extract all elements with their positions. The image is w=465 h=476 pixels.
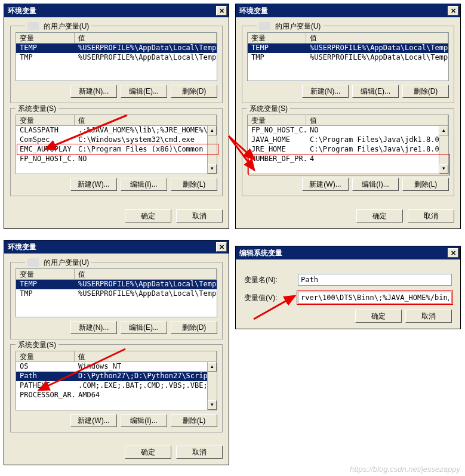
table-row[interactable]: ComSpecC:\Windows\system32\cmd.exe	[16, 135, 217, 145]
col-val[interactable]: 值	[75, 269, 217, 280]
table-row[interactable]: TMP%USERPROFILE%\AppData\Local\Temp	[16, 53, 217, 63]
var-value-cell: %USERPROFILE%\AppData\Local\Temp	[75, 44, 217, 53]
scrollbar[interactable]: ▴ ▾	[207, 126, 217, 174]
var-value-cell: C:\Program Files (x86)\Common F...	[75, 145, 217, 154]
var-value-input[interactable]	[298, 292, 452, 304]
scroll-down-icon[interactable]: ▾	[208, 400, 217, 410]
col-val[interactable]: 值	[306, 115, 448, 126]
close-icon[interactable]: ✕	[448, 248, 458, 258]
var-value-cell: AMD64	[75, 391, 217, 400]
table-row[interactable]: CLASSPATH.;%JAVA_HOME%\lib\;%JRE_HOME%\l…	[16, 126, 217, 135]
cancel-button[interactable]: 取消	[408, 209, 454, 222]
close-icon[interactable]: ✕	[216, 242, 227, 252]
table-row[interactable]: NUMBER_OF_PR...4	[248, 154, 448, 164]
scroll-down-icon[interactable]: ▾	[439, 164, 448, 174]
var-value-cell: %USERPROFILE%\AppData\Local\Temp	[306, 53, 448, 63]
var-name-cell: FP_NO_HOST_C...	[248, 126, 306, 135]
col-val[interactable]: 值	[75, 115, 217, 126]
sys-group-legend: 系统变量(S)	[16, 104, 58, 114]
table-row[interactable]: TMP%USERPROFILE%\AppData\Local\Temp	[248, 53, 448, 63]
sys-vars-list[interactable]: 变量 值 OSWindows_NTPathD:\Python27\;D:\Pyt…	[16, 351, 217, 410]
sys-vars-group: 系统变量(S) 变量 值 FP_NO_HOST_C...NOJAVA_HOMEC…	[242, 108, 454, 196]
delete-button[interactable]: 删除(L)	[402, 178, 449, 191]
table-row[interactable]: PathD:\Python27\;D:\Python27\Script...	[16, 372, 217, 381]
var-name-cell: EMC_AUTOPLAY	[16, 145, 75, 154]
new-button[interactable]: 新建(N)...	[302, 85, 349, 98]
scroll-up-icon[interactable]: ▴	[439, 126, 448, 135]
col-var[interactable]: 变量	[248, 33, 306, 44]
table-row[interactable]: TMP%USERPROFILE%\AppData\Local\Temp	[16, 289, 217, 299]
sys-vars-list[interactable]: 变量 值 CLASSPATH.;%JAVA_HOME%\lib\;%JRE_HO…	[16, 115, 217, 174]
title-text: 编辑系统变量	[239, 248, 282, 258]
edit-button[interactable]: 编辑(E)...	[121, 321, 167, 334]
new-button[interactable]: 新建(N)...	[70, 321, 117, 334]
ok-button[interactable]: 确定	[125, 209, 171, 222]
edit-button[interactable]: 编辑(E)...	[352, 85, 399, 98]
cancel-button[interactable]: 取消	[176, 446, 223, 459]
scroll-up-icon[interactable]: ▴	[208, 362, 217, 372]
edit-button[interactable]: 编辑(I)...	[121, 414, 167, 427]
table-row[interactable]: FP_NO_HOST_C...NO	[248, 126, 448, 135]
var-value-cell: D:\Python27\;D:\Python27\Script...	[75, 372, 217, 381]
delete-button[interactable]: 删除(D)	[402, 85, 449, 98]
col-var[interactable]: 变量	[16, 115, 75, 126]
var-name-cell: PROCESSOR_AR...	[16, 391, 75, 400]
edit-button[interactable]: 编辑(E)...	[121, 85, 167, 98]
col-var[interactable]: 变量	[16, 351, 75, 362]
cancel-button[interactable]: 取消	[176, 209, 223, 222]
col-val[interactable]: 值	[75, 33, 217, 44]
table-row[interactable]: PROCESSOR_AR...AMD64	[16, 391, 217, 400]
delete-button[interactable]: 删除(D)	[171, 321, 217, 334]
new-button[interactable]: 新建(W)...	[302, 178, 349, 191]
var-name-cell: TEMP	[16, 44, 75, 53]
title-text: 环境变量	[8, 6, 36, 16]
delete-button[interactable]: 删除(D)	[171, 85, 217, 98]
var-value-cell: Windows_NT	[75, 362, 217, 372]
cancel-button[interactable]: 取消	[405, 310, 452, 323]
var-value-cell: C:\Windows\system32\cmd.exe	[75, 135, 217, 145]
new-button[interactable]: 新建(W)...	[70, 178, 117, 191]
user-vars-list[interactable]: 变量 值 TEMP%USERPROFILE%\AppData\Local\Tem…	[16, 268, 217, 317]
scrollbar[interactable]: ▴ ▾	[439, 126, 448, 174]
delete-button[interactable]: 删除(L)	[171, 178, 217, 191]
var-value-cell: %USERPROFILE%\AppData\Local\Temp	[75, 289, 217, 299]
var-value-cell: %USERPROFILE%\AppData\Local\Temp	[75, 53, 217, 63]
col-var[interactable]: 变量	[16, 33, 75, 44]
table-row[interactable]: JRE_HOMEC:\Program Files\Java\jre1.8.0_1…	[248, 145, 448, 154]
var-name-cell: TMP	[248, 53, 306, 63]
table-row[interactable]: PATHEXT.COM;.EXE;.BAT;.CMD;.VBS;.VBE;...	[16, 381, 217, 391]
edit-button[interactable]: 编辑(I)...	[352, 178, 399, 191]
edit-button[interactable]: 编辑(I)...	[121, 178, 167, 191]
scrollbar[interactable]: ▴ ▾	[207, 362, 217, 410]
delete-button[interactable]: 删除(L)	[171, 414, 217, 427]
ok-button[interactable]: 确定	[125, 446, 171, 459]
table-row[interactable]: FP_NO_HOST_C...NO	[16, 154, 217, 164]
close-icon[interactable]: ✕	[448, 6, 458, 16]
scroll-down-icon[interactable]: ▾	[208, 164, 217, 174]
user-vars-list[interactable]: 变量 值 TEMP%USERPROFILE%\AppData\Local\Tem…	[247, 32, 449, 81]
close-icon[interactable]: ✕	[216, 6, 227, 16]
var-name-input[interactable]	[298, 274, 452, 286]
new-button[interactable]: 新建(W)...	[70, 414, 117, 427]
sys-vars-list[interactable]: 变量 值 FP_NO_HOST_C...NOJAVA_HOMEC:\Progra…	[247, 115, 449, 174]
table-row[interactable]: TEMP%USERPROFILE%\AppData\Local\Temp	[16, 280, 217, 289]
col-var[interactable]: 变量	[16, 269, 75, 280]
var-name-cell: TEMP	[16, 280, 75, 289]
user-vars-list[interactable]: 变量 值 TEMP%USERPROFILE%\AppData\Local\Tem…	[16, 32, 217, 81]
sys-vars-group: 系统变量(S) 变量 值 CLASSPATH.;%JAVA_HOME%\lib\…	[10, 108, 223, 196]
table-row[interactable]: TEMP%USERPROFILE%\AppData\Local\Temp	[16, 44, 217, 53]
new-button[interactable]: 新建(N)...	[70, 85, 117, 98]
table-row[interactable]: JAVA_HOMEC:\Program Files\Java\jdk1.8.0_…	[248, 135, 448, 145]
var-name-cell: TMP	[16, 53, 75, 63]
var-name-label: 变量名(N):	[244, 275, 292, 285]
table-row[interactable]: TEMP%USERPROFILE%\AppData\Local\Temp	[248, 44, 448, 53]
col-var[interactable]: 变量	[248, 115, 306, 126]
ok-button[interactable]: 确定	[356, 209, 403, 222]
ok-button[interactable]: 确定	[355, 310, 402, 323]
scroll-up-icon[interactable]: ▴	[208, 126, 217, 135]
col-val[interactable]: 值	[306, 33, 448, 44]
col-val[interactable]: 值	[75, 351, 217, 362]
table-row[interactable]: EMC_AUTOPLAYC:\Program Files (x86)\Commo…	[16, 145, 217, 154]
table-row[interactable]: OSWindows_NT	[16, 362, 217, 372]
var-value-cell: C:\Program Files\Java\jre1.8.0_172	[306, 145, 448, 154]
